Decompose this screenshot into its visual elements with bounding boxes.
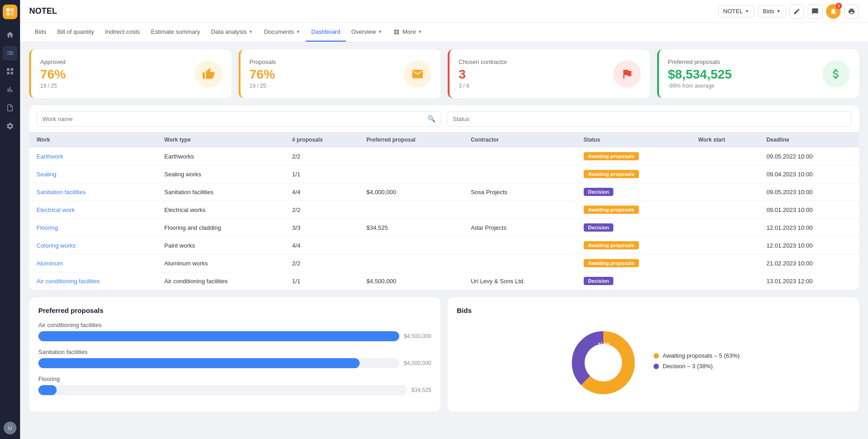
cell-work[interactable]: Sanitation facilities bbox=[29, 183, 157, 201]
cell-work[interactable]: Earthwork bbox=[29, 148, 157, 165]
stat-proposals-label: Proposals bbox=[250, 58, 276, 65]
cell-work[interactable]: Coloring works bbox=[29, 237, 157, 254]
nav-overview[interactable]: Overview ▼ bbox=[346, 23, 388, 42]
status-input[interactable] bbox=[453, 116, 846, 122]
status-badge: Awaiting proposals bbox=[584, 152, 639, 160]
sidebar-icon-grid[interactable] bbox=[3, 64, 17, 79]
cell-deadline: 09.05.2023 10:00 bbox=[759, 183, 859, 201]
svg-rect-4 bbox=[394, 29, 397, 32]
stat-preferred-icon bbox=[822, 60, 850, 88]
edit-icon-button[interactable] bbox=[790, 4, 804, 19]
main-content: NOTEL NOTEL ▼ Bids ▼ 5 bbox=[20, 0, 868, 439]
proposal-bar-row: $34,525 bbox=[38, 385, 431, 395]
col-status: Status bbox=[576, 132, 691, 148]
sidebar-icon-document[interactable] bbox=[3, 100, 17, 115]
stat-preferred-label: Preferred proposals bbox=[668, 58, 732, 65]
bids-selector[interactable]: Bids ▼ bbox=[758, 5, 786, 17]
nav-more[interactable]: More ▼ bbox=[388, 23, 428, 42]
context-selector[interactable]: NOTEL ▼ bbox=[718, 5, 754, 17]
sidebar-icon-list[interactable] bbox=[3, 46, 17, 60]
cell-work[interactable]: Sealing bbox=[29, 165, 157, 183]
cell-work-start bbox=[691, 183, 759, 201]
cell-work[interactable]: Electrical work bbox=[29, 201, 157, 219]
work-link[interactable]: Electrical work bbox=[37, 206, 75, 213]
nav-estimate-summary[interactable]: Estimate summary bbox=[146, 23, 206, 42]
decision-dot-icon bbox=[654, 364, 659, 369]
print-button[interactable] bbox=[844, 4, 859, 19]
cell-work[interactable]: Aluminum bbox=[29, 254, 157, 272]
cell-deadline: 12.01.2023 10:00 bbox=[759, 219, 859, 237]
donut-chart: 62.4% 37.6% bbox=[567, 326, 640, 399]
table-row[interactable]: Aluminum Aluminum works 2/2 Awaiting pro… bbox=[29, 254, 859, 272]
work-table: Work Work type # proposals Preferred pro… bbox=[29, 132, 859, 290]
cell-work-start bbox=[691, 254, 759, 272]
app-header: NOTEL NOTEL ▼ Bids ▼ 5 bbox=[20, 0, 868, 23]
nav-dashboard[interactable]: Dashboard bbox=[306, 23, 346, 42]
nav-bill-of-quantity[interactable]: Bill of quantity bbox=[52, 23, 99, 42]
cell-work-start bbox=[691, 237, 759, 254]
work-link[interactable]: Flooring bbox=[37, 224, 58, 231]
col-work-type: Work type bbox=[157, 132, 285, 148]
table-row[interactable]: Electrical work Electrical works 2/2 Awa… bbox=[29, 201, 859, 219]
more-chevron-icon: ▼ bbox=[418, 29, 422, 34]
col-deadline: Deadline bbox=[759, 132, 859, 148]
chart-legend: Awaiting proposals – 5 (63%) Decision – … bbox=[654, 352, 740, 373]
cell-proposals: 4/4 bbox=[285, 237, 359, 254]
proposal-label: Sanitation facilities bbox=[38, 349, 431, 355]
notification-button[interactable]: 5 bbox=[826, 4, 841, 19]
cell-work-type: Sealing works bbox=[157, 165, 285, 183]
app-logo[interactable] bbox=[3, 5, 17, 19]
status-badge: Decision bbox=[584, 277, 614, 285]
nav-documents[interactable]: Documents ▼ bbox=[258, 23, 306, 42]
bids-chart-title: Bids bbox=[457, 307, 850, 314]
cell-work[interactable]: Flooring bbox=[29, 219, 157, 237]
nav-indirect-costs[interactable]: Indirect costs bbox=[99, 23, 146, 42]
cell-proposals: 4/4 bbox=[285, 183, 359, 201]
bids-label: Bids bbox=[763, 8, 774, 15]
table-row[interactable]: Sealing Sealing works 1/1 Awaiting propo… bbox=[29, 165, 859, 183]
cell-preferred-proposal: $4,500,000 bbox=[359, 272, 464, 290]
preferred-proposals-card: Preferred proposals Air conditioning fac… bbox=[29, 297, 440, 412]
cell-proposals: 3/3 bbox=[285, 219, 359, 237]
table-row[interactable]: Earthwork Earthworks 2/2 Awaiting propos… bbox=[29, 148, 859, 165]
work-link[interactable]: Earthwork bbox=[37, 153, 63, 160]
proposal-amount: $34,525 bbox=[412, 387, 431, 393]
cell-work-type: Paint works bbox=[157, 237, 285, 254]
proposals-list: Air conditioning facilities $4,500,000 S… bbox=[38, 322, 431, 395]
context-label: NOTEL bbox=[723, 8, 743, 15]
cell-deadline: 12.01.2023 10:00 bbox=[759, 237, 859, 254]
stat-approved-sub: 19 / 25 bbox=[40, 83, 66, 89]
cell-preferred-proposal: $34,525 bbox=[359, 219, 464, 237]
work-name-input[interactable] bbox=[42, 116, 424, 122]
cell-proposals: 2/2 bbox=[285, 201, 359, 219]
table-row[interactable]: Coloring works Paint works 4/4 Awaiting … bbox=[29, 237, 859, 254]
col-proposals: # proposals bbox=[285, 132, 359, 148]
cell-work-start bbox=[691, 272, 759, 290]
status-filter[interactable] bbox=[447, 111, 852, 127]
table-row[interactable]: Sanitation facilities Sanitation facilit… bbox=[29, 183, 859, 201]
stat-contractor-value: 3 bbox=[459, 67, 507, 82]
sidebar-icon-chart[interactable] bbox=[3, 82, 17, 97]
cell-contractor: Uri Levy & Sons Ltd. bbox=[464, 272, 576, 290]
proposal-bar-row: $4,000,000 bbox=[38, 358, 431, 368]
table-row[interactable]: Flooring Flooring and cladding 3/3 $34,5… bbox=[29, 219, 859, 237]
donut-svg: 62.4% 37.6% bbox=[567, 326, 640, 399]
work-link[interactable]: Sanitation facilities bbox=[37, 189, 86, 196]
cell-contractor bbox=[464, 201, 576, 219]
work-link[interactable]: Air conditioning facilities bbox=[37, 278, 100, 285]
table-row[interactable]: Air conditioning facilities Air conditio… bbox=[29, 272, 859, 290]
work-link[interactable]: Aluminum bbox=[37, 260, 63, 267]
cell-work[interactable]: Air conditioning facilities bbox=[29, 272, 157, 290]
work-link[interactable]: Sealing bbox=[37, 171, 56, 178]
bottom-section: Preferred proposals Air conditioning fac… bbox=[29, 297, 859, 412]
nav-data-analysis[interactable]: Data analysis ▼ bbox=[205, 23, 258, 42]
message-icon-button[interactable] bbox=[808, 4, 822, 19]
user-avatar[interactable]: U bbox=[4, 422, 16, 434]
work-link[interactable]: Coloring works bbox=[37, 242, 76, 249]
nav-bids[interactable]: Bids bbox=[29, 23, 52, 42]
sidebar-icon-settings[interactable] bbox=[3, 119, 17, 133]
cell-preferred-proposal bbox=[359, 201, 464, 219]
work-name-filter[interactable]: 🔍 bbox=[37, 111, 441, 127]
sidebar-icon-home[interactable] bbox=[3, 27, 17, 42]
stat-proposals-sub: 19 / 25 bbox=[250, 83, 276, 89]
